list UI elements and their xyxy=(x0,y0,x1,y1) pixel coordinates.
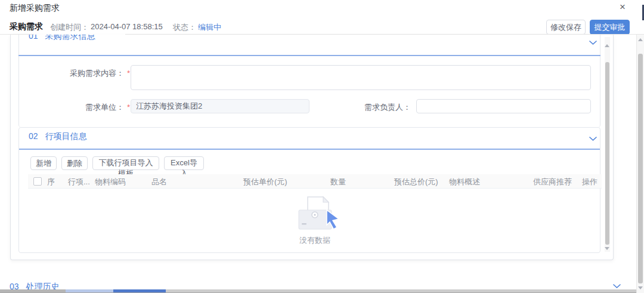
column-header: 行项... xyxy=(68,177,90,187)
required-mark: * xyxy=(127,69,130,78)
column-header: 预估总价(元) xyxy=(394,177,438,187)
card-scrollbar-track[interactable] xyxy=(605,37,610,252)
section-label: 采购需求信息 xyxy=(45,35,95,41)
scroll-up-icon[interactable] xyxy=(638,38,643,41)
owner-input[interactable] xyxy=(416,99,591,113)
section-number: 02 xyxy=(29,131,38,141)
created-time-label: 创建时间： xyxy=(50,22,89,33)
section-underline xyxy=(18,55,600,56)
save-button[interactable]: 修改保存 xyxy=(546,20,586,35)
section-purchase-info-title: 01采购需求信息 xyxy=(29,35,95,42)
chevron-down-icon[interactable] xyxy=(613,284,621,289)
modal-title: 新增采购需求 xyxy=(10,3,60,14)
page-scrollbar-track[interactable] xyxy=(636,35,644,293)
scroll-up-icon[interactable] xyxy=(605,44,609,47)
column-header: 数量 xyxy=(330,177,346,187)
section-line-items-box xyxy=(18,127,600,253)
chevron-down-icon[interactable] xyxy=(589,41,597,45)
section-line-items-title: 02行项目信息 xyxy=(29,131,87,142)
column-header: 序 xyxy=(47,177,55,187)
horizontal-scrollbar-segment-dark xyxy=(0,289,66,292)
column-header: 品名 xyxy=(151,177,167,187)
scroll-down-icon[interactable] xyxy=(638,286,643,289)
select-all-checkbox[interactable] xyxy=(33,177,42,186)
column-header: 物料编码 xyxy=(95,177,126,187)
column-header: 操作 xyxy=(582,177,597,187)
unit-input[interactable] xyxy=(131,99,309,113)
status-badge: 编辑中 xyxy=(198,22,221,33)
scroll-down-icon[interactable] xyxy=(605,247,609,250)
download-template-button[interactable]: 下载行项目导入模板 xyxy=(92,156,159,170)
status-label: 状态： xyxy=(173,22,196,33)
excel-import-button[interactable]: Excel导入 xyxy=(164,156,204,170)
created-time-value: 2024-04-07 18:58:15 xyxy=(91,22,163,31)
card-scrollbar-thumb[interactable] xyxy=(605,62,609,245)
required-mark: * xyxy=(127,103,130,112)
delete-row-button[interactable]: 删除 xyxy=(61,156,88,170)
page-scrollbar-thumb[interactable] xyxy=(638,54,643,283)
content-label: 采购需求内容： xyxy=(29,68,124,79)
form-card: 01采购需求信息 采购需求内容： * 需求单位： * 需求负责人： 02行项目信… xyxy=(10,35,614,260)
content-textarea[interactable] xyxy=(131,65,591,90)
document-title: 采购需求 xyxy=(10,21,43,32)
column-header: 预估单价(元) xyxy=(243,177,287,187)
submit-approval-button[interactable]: 提交审批 xyxy=(590,20,630,35)
horizontal-scrollbar-segment-light-blue xyxy=(66,289,113,292)
empty-state-text: 没有数据 xyxy=(28,235,602,246)
add-row-button[interactable]: 新增 xyxy=(30,156,57,170)
chevron-down-icon[interactable] xyxy=(589,137,597,141)
owner-label: 需求负责人： xyxy=(333,102,411,113)
unit-label: 需求单位： xyxy=(29,102,124,113)
new-purchase-request-modal: 新增采购需求 × 采购需求 创建时间： 2024-04-07 18:58:15 … xyxy=(0,0,644,293)
empty-state-icon xyxy=(296,195,342,230)
section-number: 01 xyxy=(29,35,38,41)
table-header-row: 序 行项... 物料编码 品名 预估单价(元) 数量 预估总价(元) 物料概述 … xyxy=(28,174,602,189)
close-icon[interactable]: × xyxy=(620,1,626,13)
column-header: 供应商推荐 xyxy=(533,177,572,187)
section-label: 行项目信息 xyxy=(45,131,87,141)
horizontal-scrollbar-thumb[interactable] xyxy=(113,289,166,292)
section-underline xyxy=(19,149,600,150)
column-header: 物料概述 xyxy=(449,177,480,187)
